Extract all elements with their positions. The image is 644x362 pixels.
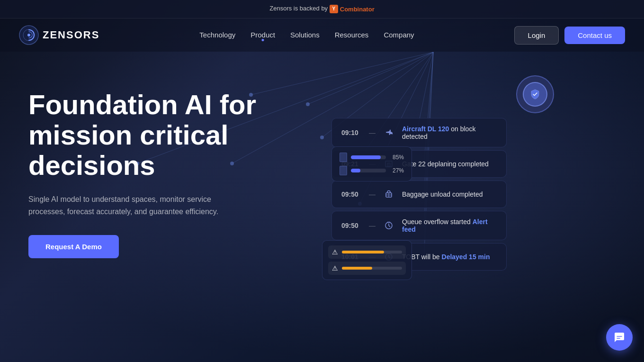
contact-button[interactable]: Contact us xyxy=(564,27,625,44)
hero-section: Foundation AI formission criticaldecisio… xyxy=(28,80,284,258)
bar-fill-1 xyxy=(351,155,381,159)
logo-icon xyxy=(19,25,39,45)
navbar: ZENSORS Technology Product Solutions Res… xyxy=(0,18,644,52)
event-text-3: Baggage unload completed xyxy=(402,190,497,198)
dash-3: — xyxy=(369,190,376,198)
event-card-3: 09:50 — Baggage unload completed xyxy=(331,181,507,208)
nav-item-resources[interactable]: Resources xyxy=(335,31,369,39)
combinator-link[interactable]: Combinator xyxy=(340,6,375,13)
hero-visual: 85% 27% ⚠ ⚠ xyxy=(303,80,616,271)
event-text-5: TOBT will be Delayed 15 min xyxy=(402,253,497,261)
nav-item-technology[interactable]: Technology xyxy=(199,31,235,39)
bar-pct-1: 85% xyxy=(390,154,404,161)
yc-icon: Y xyxy=(330,5,338,13)
alert-row-2: ⚠ xyxy=(328,262,406,275)
nav-actions: Login Contact us xyxy=(514,26,625,45)
nav-item-company[interactable]: Company xyxy=(384,31,414,39)
warning-icon-1: ⚠ xyxy=(332,248,338,256)
dash-1: — xyxy=(369,129,376,136)
bar-track-1 xyxy=(351,155,386,159)
nav-link-solutions[interactable]: Solutions xyxy=(290,31,320,39)
demo-button[interactable]: Request A Demo xyxy=(28,235,119,258)
event-highlight-1: Aircraft DL 120 xyxy=(402,125,449,133)
alert-row-1: ⚠ xyxy=(328,245,406,259)
bar-track-2 xyxy=(351,169,386,172)
mini-alert-card: ⚠ ⚠ xyxy=(322,240,412,280)
nav-item-product[interactable]: Product xyxy=(250,31,275,39)
top-banner: Zensors is backed by Y Combinator xyxy=(0,0,644,18)
chat-button[interactable] xyxy=(606,324,633,351)
nav-link-resources[interactable]: Resources xyxy=(335,31,369,39)
event-card-1: 09:10 — Aircraft DL 120 on block detecte… xyxy=(331,118,507,147)
baggage-icon xyxy=(382,188,395,201)
logo: ZENSORS xyxy=(19,25,99,45)
nav-link-product[interactable]: Product xyxy=(250,31,275,39)
event-time-4: 09:50 xyxy=(341,222,362,229)
mini-bar-card: 85% 27% xyxy=(331,146,412,181)
hub-node xyxy=(516,75,554,113)
hub-inner xyxy=(523,82,547,107)
event-text-1: Aircraft DL 120 on block detected xyxy=(402,125,497,140)
nav-item-solutions[interactable]: Solutions xyxy=(290,31,320,39)
bar-icon-1 xyxy=(340,153,347,162)
bar-fill-2 xyxy=(351,169,360,172)
alert-bar-1 xyxy=(342,251,402,253)
hero-subtitle: Single AI model to understand spaces, mo… xyxy=(28,193,237,217)
bar-row-1: 85% xyxy=(340,153,404,162)
event-time-1: 09:10 xyxy=(341,129,362,136)
chat-icon xyxy=(614,332,625,343)
alert-feed-link[interactable]: Alert feed xyxy=(402,218,488,233)
queue-icon xyxy=(382,219,395,232)
event-text-4: Queue overflow started Alert feed xyxy=(402,218,497,233)
bar-pct-2: 27% xyxy=(390,167,404,174)
login-button[interactable]: Login xyxy=(514,26,559,45)
hero-title: Foundation AI formission criticaldecisio… xyxy=(28,90,284,180)
alert-bar-2 xyxy=(342,267,402,270)
warning-icon-2: ⚠ xyxy=(332,264,338,272)
event-card-4: 09:50 — Queue overflow started Alert fee… xyxy=(331,211,507,240)
delayed-link[interactable]: Delayed 15 min xyxy=(442,253,490,261)
dash-4: — xyxy=(369,222,376,229)
plane-icon xyxy=(382,126,395,139)
event-time-3: 09:50 xyxy=(341,190,362,198)
bar-row-2: 27% xyxy=(340,166,404,175)
banner-text: Zensors is backed by Y Combinator xyxy=(269,5,374,12)
logo-text: ZENSORS xyxy=(43,29,99,41)
event-text-2: Gate 22 deplaning completed xyxy=(402,160,497,168)
main-content: Foundation AI formission criticaldecisio… xyxy=(0,52,644,271)
nav-link-technology[interactable]: Technology xyxy=(199,31,235,39)
nav-link-company[interactable]: Company xyxy=(384,31,414,39)
nav-links: Technology Product Solutions Resources C… xyxy=(199,31,414,39)
svg-point-21 xyxy=(27,34,30,36)
bar-icon-2 xyxy=(340,166,347,175)
